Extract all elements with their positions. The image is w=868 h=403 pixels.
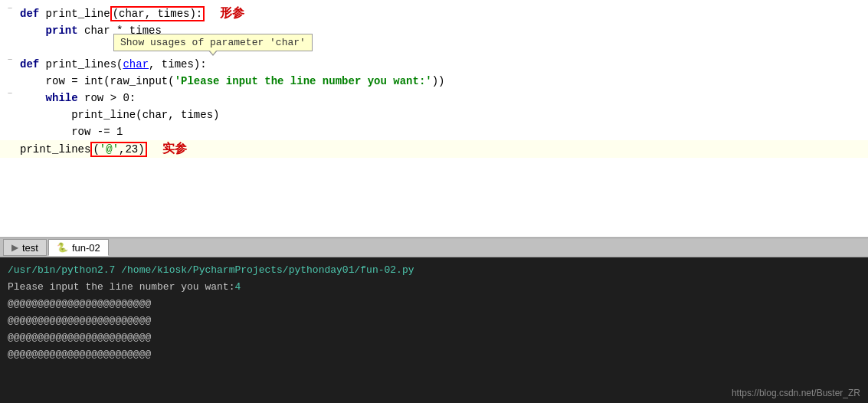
gutter-6: −	[0, 90, 20, 98]
code-content-4: def print_lines(char, times):	[20, 56, 868, 73]
tab-test-icon: ▶	[11, 242, 18, 253]
code-line-8: row -= 1	[0, 123, 868, 140]
console-output-3: @@@@@@@@@@@@@@@@@@@@@@@@	[8, 329, 860, 346]
console-output-1: @@@@@@@@@@@@@@@@@@@@@@@@	[8, 296, 860, 313]
code-line-7: print_line(char, times)	[0, 106, 868, 123]
code-line-6: − while row > 0:	[0, 90, 868, 106]
fold-icon-4[interactable]: −	[8, 56, 13, 64]
code-content-9: print_lines('@',23)实参	[20, 140, 868, 158]
annotation-9: 实参	[162, 142, 187, 155]
tooltip-text: Show usages of parameter 'char'	[120, 37, 306, 48]
tooltip: Show usages of parameter 'char'	[113, 34, 313, 51]
gutter-4: −	[0, 56, 20, 64]
watermark: https://blog.csdn.net/Buster_ZR	[732, 388, 860, 398]
annotation-1: 形参	[220, 6, 244, 19]
console-output-2: @@@@@@@@@@@@@@@@@@@@@@@@	[8, 313, 860, 329]
code-content-8: row -= 1	[20, 123, 868, 140]
console-input-value: 4	[234, 281, 241, 293]
code-line-4: − def print_lines(char, times):	[0, 56, 868, 73]
editor-container: − def print_line(char, times):形参 print c…	[0, 0, 868, 238]
console-prompt-line: Please input the line number you want:4	[8, 279, 860, 296]
code-line-5: row = int(raw_input('Please input the li…	[0, 73, 868, 90]
console-path: /usr/bin/python2.7 /home/kiosk/PycharmPr…	[8, 262, 860, 279]
fold-icon-6[interactable]: −	[8, 90, 13, 98]
console-wrapper: /usr/bin/python2.7 /home/kiosk/PycharmPr…	[0, 257, 868, 403]
param-char-link[interactable]: char	[123, 58, 149, 70]
gutter-1: −	[0, 5, 20, 13]
code-content-7: print_line(char, times)	[20, 106, 868, 123]
console-prompt-text: Please input the line number you want:	[8, 281, 234, 293]
tab-fun02-label: fun-02	[72, 242, 100, 254]
code-content-5: row = int(raw_input('Please input the li…	[20, 73, 868, 90]
tab-fun02[interactable]: 🐍 fun-02	[48, 239, 109, 256]
code-line-9: print_lines('@',23)实参	[0, 140, 868, 158]
code-content-1: def print_line(char, times):形参	[20, 5, 868, 22]
console-area: /usr/bin/python2.7 /home/kiosk/PycharmPr…	[0, 257, 868, 403]
tab-bar: ▶ test 🐍 fun-02	[0, 238, 868, 257]
code-line-1: − def print_line(char, times):形参	[0, 5, 868, 22]
console-output-4: @@@@@@@@@@@@@@@@@@@@@@@@	[8, 346, 860, 363]
tab-fun02-icon: 🐍	[57, 242, 68, 253]
tab-test[interactable]: ▶ test	[3, 239, 47, 256]
fold-icon-1[interactable]: −	[8, 5, 13, 13]
tab-test-label: test	[22, 242, 38, 254]
code-content-6: while row > 0:	[20, 90, 868, 106]
